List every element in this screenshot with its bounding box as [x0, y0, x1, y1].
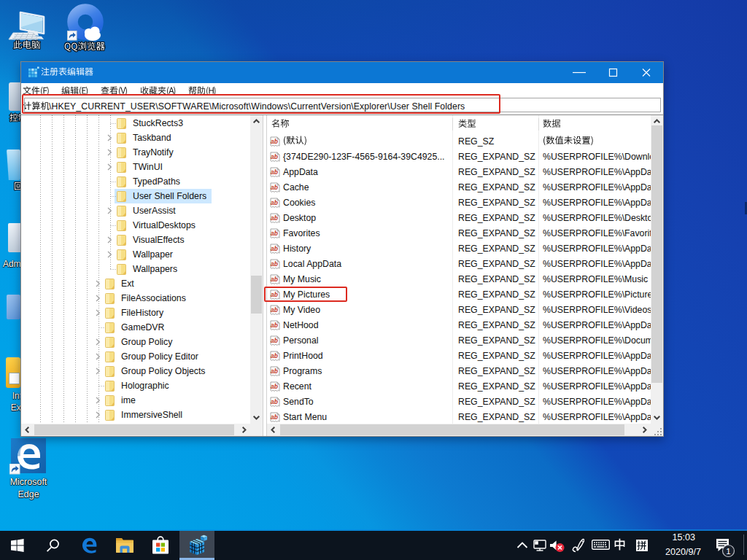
svg-text:TrayNotify: TrayNotify — [133, 147, 174, 158]
svg-text:Wallpapers: Wallpapers — [133, 264, 177, 274]
svg-text:FileHistory: FileHistory — [121, 308, 164, 318]
svg-text:Group Policy: Group Policy — [121, 337, 173, 347]
svg-text:Group Policy Editor: Group Policy Editor — [121, 351, 198, 362]
svg-text:GameDVR: GameDVR — [121, 322, 165, 332]
svg-text:TypedPaths: TypedPaths — [133, 176, 180, 187]
svg-text:ab: ab — [271, 245, 278, 252]
svg-text:FileAssociations: FileAssociations — [121, 293, 186, 303]
svg-text:VirtualDesktops: VirtualDesktops — [133, 220, 196, 230]
svg-text:ab: ab — [271, 260, 278, 268]
svg-text:ab: ab — [271, 184, 278, 191]
svg-text:ab: ab — [271, 168, 278, 176]
svg-text:ab: ab — [271, 214, 278, 222]
svg-text:ab: ab — [271, 153, 278, 160]
svg-text:ab: ab — [271, 337, 278, 344]
svg-text:Taskband: Taskband — [133, 133, 171, 143]
svg-text:ab: ab — [271, 413, 278, 421]
svg-text:UserAssist: UserAssist — [133, 206, 176, 216]
svg-text:Wallpaper: Wallpaper — [133, 249, 173, 260]
svg-text:1: 1 — [726, 547, 730, 556]
svg-text:ab: ab — [271, 138, 278, 145]
svg-text:User Shell Folders: User Shell Folders — [133, 191, 206, 201]
svg-text:StuckRects3: StuckRects3 — [133, 118, 183, 128]
svg-text:ime: ime — [121, 395, 136, 405]
svg-text:ab: ab — [271, 276, 278, 283]
svg-text:ab: ab — [271, 398, 278, 405]
svg-text:Holographic: Holographic — [121, 381, 169, 391]
svg-text:ImmersiveShell: ImmersiveShell — [121, 410, 182, 420]
svg-text:ab: ab — [271, 306, 278, 314]
svg-text:ab: ab — [271, 352, 278, 359]
svg-text:ab: ab — [271, 230, 278, 237]
svg-text:ab: ab — [271, 383, 278, 390]
svg-text:ab: ab — [271, 368, 278, 375]
svg-text:ab: ab — [271, 199, 278, 206]
svg-text:Ext: Ext — [121, 279, 134, 289]
svg-text:TWinUI: TWinUI — [133, 162, 163, 172]
svg-text:VisualEffects: VisualEffects — [133, 235, 185, 245]
svg-text:Group Policy Objects: Group Policy Objects — [121, 366, 206, 376]
svg-text:ab: ab — [271, 322, 278, 329]
